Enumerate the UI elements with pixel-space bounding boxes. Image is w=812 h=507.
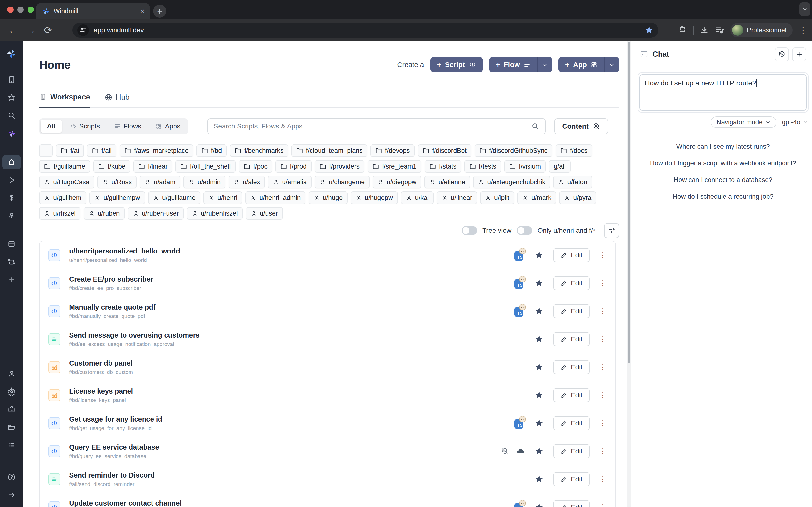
extensions-icon[interactable] [678, 26, 687, 35]
create-flow-button[interactable]: +Flow [489, 57, 552, 72]
sidebar-item-add[interactable] [2, 272, 21, 287]
chip-f-devops[interactable]: f/devops [370, 145, 414, 157]
content-search-button[interactable]: Content [554, 118, 608, 134]
row-menu-icon[interactable]: ⋮ [599, 393, 607, 397]
chip-f-cloud-team-plans[interactable]: f/cloud_team_plans [292, 145, 367, 157]
filter-flows[interactable]: Flows [108, 120, 147, 133]
tab-search-button[interactable] [800, 2, 810, 16]
chip-f-providers[interactable]: f/providers [315, 160, 364, 173]
sidebar-item-resources[interactable] [2, 209, 21, 223]
chat-mode-select[interactable]: Navigator mode [711, 116, 777, 128]
chip-f-discordGithubSync[interactable]: f/discordGithubSync [475, 145, 552, 157]
sidebar-item-workers[interactable] [2, 402, 21, 417]
chat-suggestion[interactable]: Where can I see my latest runs? [634, 143, 812, 151]
collapse-panel-icon[interactable] [640, 50, 648, 58]
display-settings-button[interactable] [604, 223, 619, 238]
row-menu-icon[interactable]: ⋮ [599, 253, 607, 258]
edit-button[interactable]: Edit [553, 360, 590, 374]
chip-f-guillaume[interactable]: f/guillaume [39, 160, 90, 173]
chip-u-exteugenchubchik[interactable]: u/exteugenchubchik [473, 176, 550, 188]
downloads-icon[interactable] [700, 26, 709, 35]
chip-u-amelia[interactable]: u/amelia [268, 176, 311, 188]
sidebar-item-variables[interactable] [2, 191, 21, 205]
main-scrollbar[interactable] [627, 41, 631, 507]
chip-u-guillaume[interactable]: u/guillaume [148, 191, 200, 204]
filter-apps[interactable]: Apps [149, 120, 187, 133]
flow-dropdown-caret[interactable] [538, 62, 552, 68]
new-chat-button[interactable] [792, 47, 806, 61]
chip-f-all[interactable]: f/all [87, 145, 116, 157]
chip-u-kai[interactable]: u/kai [401, 191, 434, 204]
tree-view-toggle[interactable] [462, 226, 477, 235]
favorite-star-icon[interactable] [535, 306, 544, 316]
chip-f-benchmarks[interactable]: f/benchmarks [230, 145, 288, 157]
sidebar-item-schedules[interactable] [2, 237, 21, 251]
chip-u-user[interactable]: u/user [246, 207, 283, 220]
row-menu-icon[interactable]: ⋮ [599, 309, 607, 314]
chip-f-visium[interactable]: f/visium [504, 160, 546, 173]
chip-f-discordBot[interactable]: f/discordBot [418, 145, 472, 157]
bookmark-star-icon[interactable] [645, 26, 654, 35]
edit-button[interactable]: Edit [553, 332, 590, 346]
site-settings-icon[interactable] [77, 24, 89, 36]
filter-scripts[interactable]: Scripts [64, 120, 106, 133]
row-menu-icon[interactable]: ⋮ [599, 281, 607, 285]
sidebar-item-ai[interactable] [2, 126, 21, 140]
row-menu-icon[interactable]: ⋮ [599, 505, 607, 507]
row-menu-icon[interactable]: ⋮ [599, 449, 607, 453]
chip-u-etienne[interactable]: u/etienne [424, 176, 470, 188]
chip-g-all[interactable]: g/all [549, 160, 570, 173]
edit-button[interactable]: Edit [553, 276, 590, 290]
chip-u-ruben[interactable]: u/ruben [84, 207, 125, 220]
back-icon[interactable]: ← [8, 25, 18, 36]
row-menu-icon[interactable]: ⋮ [599, 421, 607, 426]
sidebar-item-folders[interactable] [2, 420, 21, 435]
list-item-row[interactable]: Send reminder to Discord f/all/send_disc… [40, 465, 615, 494]
favorite-star-icon[interactable] [535, 475, 544, 484]
chip-f-tests[interactable]: f/tests [464, 160, 501, 173]
chip-f-stats[interactable]: f/stats [424, 160, 461, 173]
browser-profile-chip[interactable]: Professionnel [730, 23, 793, 38]
chip-u-linear[interactable]: u/linear [437, 191, 477, 204]
windmill-logo-icon[interactable] [2, 46, 21, 61]
chip-f-bd[interactable]: f/bd [197, 145, 227, 157]
search-input[interactable]: Search Scripts, Flows & Apps [207, 118, 546, 134]
create-script-button[interactable]: +Script [430, 57, 483, 72]
chip-f-docs[interactable]: f/docs [556, 145, 592, 157]
sidebar-item-users[interactable] [2, 367, 21, 381]
chip-u-guilhempw[interactable]: u/guilhempw [89, 191, 145, 204]
edit-button[interactable]: Edit [553, 472, 590, 486]
browser-tab[interactable]: Windmill × [36, 3, 150, 19]
chat-input[interactable]: How do I set up a new HTTP route? [640, 74, 807, 111]
window-close-button[interactable] [7, 6, 13, 13]
edit-button[interactable]: Edit [553, 416, 590, 430]
chip-u-Ross[interactable]: u/Ross [97, 176, 137, 188]
list-item-row[interactable]: u/henri/personalized_hello_world u/henri… [40, 241, 615, 270]
forward-icon[interactable]: → [26, 25, 36, 36]
chip-u-ruben-user[interactable]: u/ruben-user [128, 207, 184, 220]
favorite-star-icon[interactable] [535, 391, 544, 400]
window-zoom-button[interactable] [28, 6, 34, 13]
chip-u-lplit[interactable]: u/lplit [480, 191, 514, 204]
scrollbar-thumb[interactable] [628, 42, 630, 363]
create-app-button[interactable]: +App [558, 57, 619, 72]
chip-u-HugoCasa[interactable]: u/HugoCasa [39, 176, 94, 188]
chip-u-henri[interactable]: u/henri [203, 191, 242, 204]
chip-u-rfiszel[interactable]: u/rfiszel [39, 207, 81, 220]
edit-button[interactable]: Edit [553, 388, 590, 402]
sidebar-item-settings[interactable] [2, 384, 21, 399]
tab-close-icon[interactable]: × [140, 7, 145, 15]
list-item-row[interactable]: Manually create quote pdf f/bd/manually_… [40, 297, 615, 326]
sidebar-item-search[interactable] [2, 108, 21, 123]
list-item-row[interactable]: Customer db panel f/bd/customers_db_cust… [40, 353, 615, 382]
chip-u-changeme[interactable]: u/changeme [315, 176, 369, 188]
chat-suggestion[interactable]: How can I connect to a database? [634, 176, 812, 184]
chip-f-ai[interactable]: f/ai [56, 145, 84, 157]
list-item-row[interactable]: Query EE service database f/bd/query_ee_… [40, 438, 615, 465]
favorite-star-icon[interactable] [535, 418, 544, 428]
chip-f-prod[interactable]: f/prod [275, 160, 311, 173]
chip-f-sre-team1[interactable]: f/sre_team1 [367, 160, 421, 173]
chip-f-kube[interactable]: f/kube [93, 160, 131, 173]
favorite-star-icon[interactable] [535, 335, 544, 344]
chip-u-faton[interactable]: u/faton [553, 176, 592, 188]
